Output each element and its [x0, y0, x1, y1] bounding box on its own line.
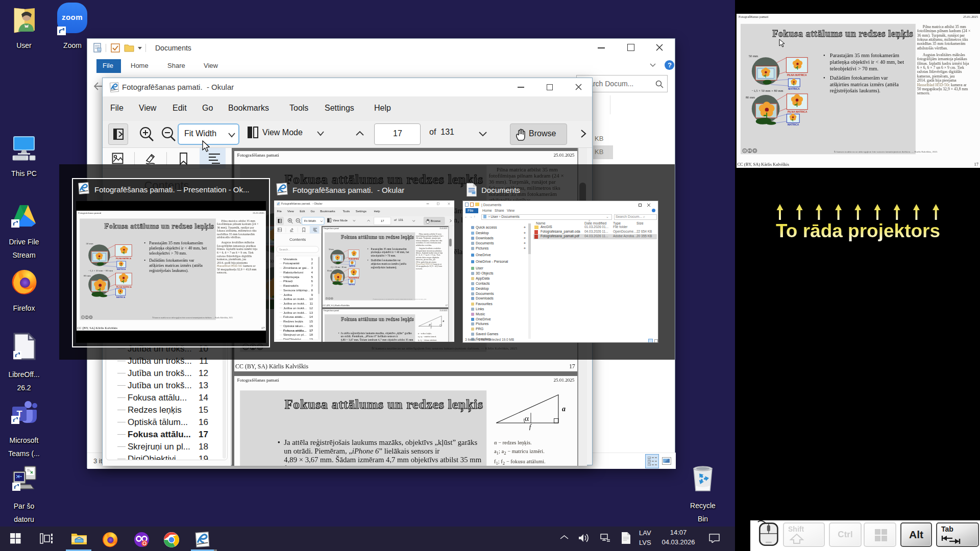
svg-text:C: C [326, 297, 327, 299]
svg-text:f: f [431, 326, 432, 329]
svg-text:C: C [82, 316, 84, 318]
svg-text:a: a [562, 405, 566, 413]
svg-text:α: α [525, 414, 529, 422]
svg-text:f: f [529, 423, 532, 430]
svg-text:C: C [744, 149, 746, 152]
svg-text:α: α [429, 323, 431, 326]
svg-text:a: a [443, 319, 445, 322]
